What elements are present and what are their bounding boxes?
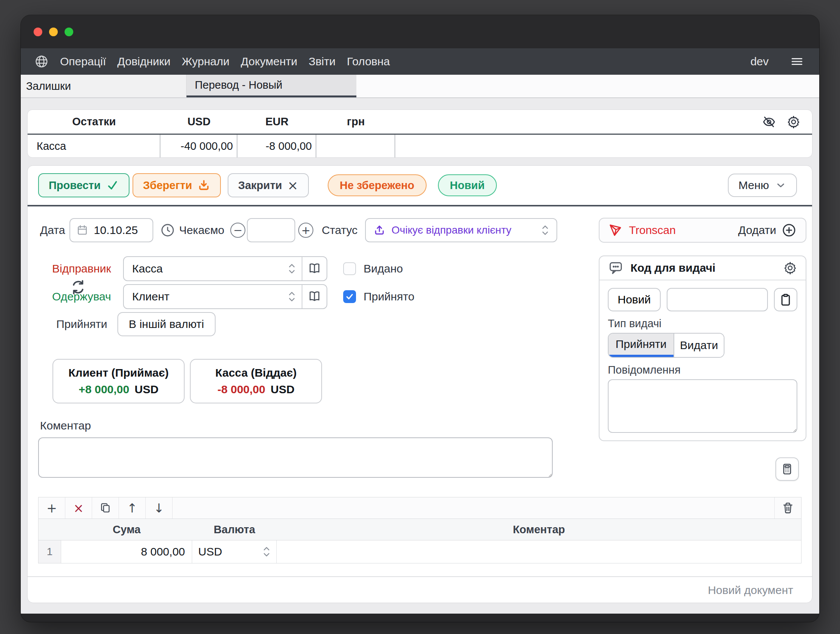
book-icon (307, 262, 322, 275)
lines-toolbar: + × ↑ ↓ (38, 497, 801, 519)
issued-checkbox[interactable] (343, 262, 356, 275)
copy-icon (99, 502, 111, 514)
other-currency-button[interactable]: В іншій валюті (117, 312, 215, 336)
menu-item-home[interactable]: Головна (347, 55, 390, 68)
new-code-button[interactable]: Новий (608, 288, 661, 311)
accepted-checkbox[interactable] (343, 290, 356, 303)
menu-item-journals[interactable]: Журнали (182, 55, 229, 68)
globe-icon[interactable] (34, 54, 49, 69)
balances-title: Остатки (28, 115, 161, 128)
summary-card-receiver: Клиент (Приймає) +8 000,00 USD (52, 359, 185, 404)
message-textarea[interactable] (608, 379, 797, 433)
currency-column-header: Валюта (192, 524, 277, 536)
form-row-receiver: Одержувач Клиент (28, 284, 599, 310)
zoom-window-button[interactable] (65, 28, 73, 36)
currency-cell[interactable]: USD (192, 540, 277, 563)
actions-bar: Провести Зберегти Закрити × Не збережено (28, 166, 812, 207)
menu-item-documents[interactable]: Документи (241, 55, 297, 68)
document-card: Провести Зберегти Закрити × Не збережено (27, 165, 812, 603)
balances-col-uah: грн (316, 115, 395, 128)
issued-label: Видано (363, 262, 403, 275)
status-value: Очікує відправки клієнту (392, 224, 512, 236)
close-x-icon: × (287, 178, 298, 193)
balances-panel: Остатки USD EUR грн (27, 109, 812, 158)
code-input[interactable] (667, 288, 768, 311)
upload-icon (373, 224, 385, 236)
comment-cell[interactable] (277, 540, 801, 563)
minimize-window-button[interactable] (49, 28, 58, 36)
balance-uah-value (316, 135, 395, 158)
copy-row-button[interactable] (92, 497, 119, 519)
new-status-badge: Новий (438, 174, 497, 196)
lines-table: + × ↑ ↓ (38, 497, 802, 563)
balance-eur-value: -8 000,00 (237, 135, 316, 158)
issue-code-panel: Код для видачі Новий (599, 255, 807, 441)
post-button[interactable]: Провести (38, 173, 129, 197)
close-window-button[interactable] (33, 28, 42, 36)
titlebar (21, 15, 819, 48)
spinner-icon (542, 224, 549, 236)
form-row-accept: Прийняти В іншій валюті (56, 312, 216, 337)
tronscan-bar: Tronscan Додати (599, 218, 807, 243)
hamburger-menu-icon[interactable] (789, 55, 805, 68)
tab-perevod-novyi[interactable]: Перевод - Новый (186, 75, 356, 97)
sum-cell[interactable]: 8 000,00 (61, 540, 192, 563)
accept-label: Прийняти (56, 318, 107, 331)
tron-logo-icon (609, 223, 622, 237)
menu-item-reports[interactable]: Звіти (309, 55, 336, 68)
calculator-button[interactable] (775, 457, 799, 481)
gear-icon[interactable] (783, 261, 797, 275)
chevron-down-icon (775, 180, 786, 191)
save-button[interactable]: Зберегти (133, 173, 221, 197)
date-input[interactable]: 10.10.25 (69, 218, 153, 242)
increment-button[interactable]: + (298, 222, 313, 238)
move-row-up-button[interactable]: ↑ (119, 497, 146, 519)
sender-directory-button[interactable] (302, 257, 327, 281)
chat-bubble-icon (608, 261, 624, 275)
menu-button[interactable]: Меню (728, 173, 797, 197)
app-window: Операції Довідники Журнали Документи Зві… (21, 15, 819, 622)
delete-row-button[interactable]: × (65, 497, 92, 519)
spinner-icon (288, 263, 295, 275)
accepted-check-group[interactable]: Прийнято (343, 290, 415, 303)
menu-item-operations[interactable]: Операції (60, 55, 106, 68)
issue-type-issue[interactable]: Видати (674, 334, 724, 357)
date-label: Дата (40, 224, 65, 237)
comment-label: Коментар (40, 419, 91, 432)
decrement-button[interactable]: − (230, 222, 245, 238)
trash-icon (782, 502, 794, 514)
eye-off-icon[interactable] (761, 114, 777, 129)
summary-card-title: Клиент (Приймає) (68, 366, 168, 379)
balances-header: Остатки USD EUR грн (28, 110, 812, 135)
clear-table-button[interactable] (774, 497, 801, 519)
close-button[interactable]: Закрити × (227, 173, 309, 197)
status-label: Статус (322, 224, 357, 237)
sender-select[interactable]: Касса (123, 256, 327, 281)
receiver-directory-button[interactable] (302, 285, 327, 308)
status-select[interactable]: Очікує відправки клієнту (365, 218, 557, 242)
issue-type-accept[interactable]: Прийняти (609, 334, 674, 357)
comment-textarea[interactable] (38, 437, 553, 478)
comment-column-header: Коментар (277, 524, 801, 536)
copy-code-button[interactable] (774, 288, 797, 311)
tab-zalyshky[interactable]: Залишки (21, 75, 186, 97)
issue-type-label: Тип видачі (608, 317, 797, 330)
balances-col-usd: USD (161, 115, 237, 128)
gear-icon[interactable] (786, 115, 801, 129)
tronscan-label: Tronscan (629, 224, 676, 237)
menu-bar: Операції Довідники Журнали Документи Зві… (21, 48, 819, 75)
issue-type-accept-label: Прийняти (615, 338, 666, 350)
user-label[interactable]: dev (750, 55, 769, 68)
menu-item-directories[interactable]: Довідники (117, 55, 171, 68)
lines-table-header: Сума Валюта Коментар (38, 519, 801, 540)
check-icon (345, 292, 354, 301)
wait-input[interactable] (247, 218, 295, 242)
move-row-down-button[interactable]: ↓ (146, 497, 172, 519)
add-row-button[interactable]: + (38, 497, 65, 519)
new-status-badge-label: Новий (450, 179, 485, 192)
plus-icon: + (46, 502, 57, 514)
receiver-select[interactable]: Клиент (123, 284, 327, 309)
issued-check-group[interactable]: Видано (343, 262, 403, 275)
tron-add-button[interactable]: Додати (738, 222, 797, 238)
balances-col-eur: EUR (237, 115, 316, 128)
